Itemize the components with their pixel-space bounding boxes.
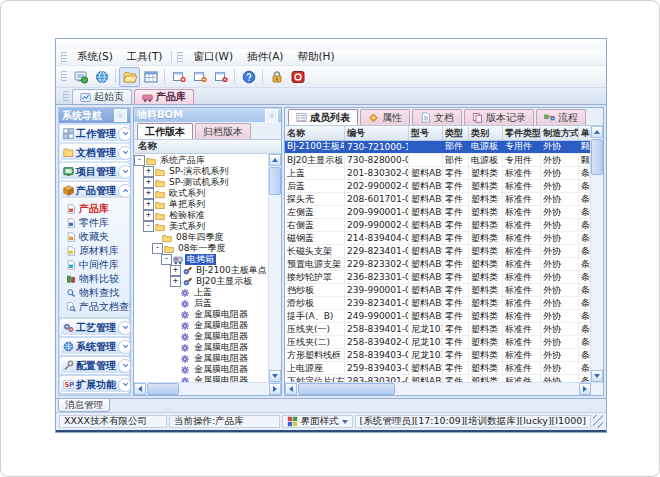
scroll-down-icon[interactable] bbox=[591, 370, 603, 382]
sidebar-section-header-产品管理[interactable]: 产品管理 bbox=[60, 182, 129, 199]
chevron-down-icon[interactable] bbox=[118, 146, 131, 160]
table-row[interactable]: 长磁头支架229-823401-00I塑料ABS零件塑料类标准件外协条 bbox=[285, 245, 590, 258]
sidebar-section-header-系统管理[interactable]: 系统管理 bbox=[60, 338, 129, 355]
tree-node-后盖[interactable]: 后盖 bbox=[134, 298, 268, 309]
members-tab-属性[interactable]: 属性 bbox=[360, 109, 410, 125]
table-row[interactable]: BJ-2100主板单点730-721000-12I部件电源板专用件外协颗 bbox=[285, 141, 590, 154]
table-hscroll-thumb[interactable] bbox=[298, 383, 395, 395]
collapse-icon[interactable]: - bbox=[143, 221, 154, 232]
bom-tab-工作版本[interactable]: 工作版本 bbox=[137, 123, 193, 139]
table-row[interactable]: 右侧盖209-990002-01I塑料ABS零件塑料类标准件外协条 bbox=[285, 219, 590, 232]
members-tab-流程[interactable]: 流程 bbox=[536, 109, 586, 125]
toolbar-button-desktop-icon[interactable] bbox=[70, 67, 91, 87]
table-row[interactable]: 上盖201-830302-00I塑料ABS零件塑料类标准件外协条 bbox=[285, 167, 590, 180]
table-row[interactable]: 挡纱板239-990001-01I塑料ABS零件塑料类标准件外协条 bbox=[285, 284, 590, 297]
table-row[interactable]: 提手(A、B)249-990001-01I塑料ABS零件塑料类标准件外协条 bbox=[285, 310, 590, 323]
chevron-up-icon[interactable] bbox=[118, 184, 131, 198]
chevron-down-icon[interactable] bbox=[118, 127, 131, 141]
tree-vertical-scrollbar[interactable] bbox=[268, 154, 281, 382]
tree-horizontal-scrollbar[interactable] bbox=[134, 382, 281, 395]
expand-icon[interactable]: + bbox=[143, 166, 154, 177]
table-vscroll-thumb[interactable] bbox=[591, 139, 603, 175]
chevron-down-icon[interactable] bbox=[118, 378, 131, 392]
sidebar-section-header-工作管理[interactable]: 工作管理 bbox=[60, 125, 129, 142]
bom-float-icon[interactable] bbox=[265, 109, 278, 122]
scroll-left-icon[interactable] bbox=[285, 383, 297, 395]
chevron-down-icon[interactable] bbox=[118, 165, 131, 179]
menu-item-1[interactable]: 系统(S) bbox=[70, 50, 120, 62]
sidebar-item-物料查找[interactable]: 物料查找 bbox=[60, 286, 129, 300]
toolbar-button-window-edit-icon[interactable] bbox=[189, 67, 210, 87]
chevron-down-icon[interactable] bbox=[118, 321, 131, 335]
tree-node-金属膜电阻器[interactable]: 金属膜电阻器 bbox=[134, 331, 268, 342]
table-row[interactable]: 下纱定位片(左)283-830301-00I塑料ABS零件塑料类标准件外协条 bbox=[285, 375, 590, 382]
table-row[interactable]: 预置电源支架229-823302-00I塑料ABS零件塑料类标准件外协条 bbox=[285, 258, 590, 271]
sidebar-item-产品文档查找[interactable]: 产品文档查找 bbox=[60, 300, 129, 314]
menu-item-2[interactable]: 工具(T) bbox=[120, 50, 170, 62]
members-tab-版本记录[interactable]: 版本记录 bbox=[464, 109, 534, 125]
collapse-icon[interactable]: - bbox=[152, 243, 163, 254]
toolbar-button-power-icon[interactable] bbox=[287, 67, 308, 87]
column-header-类型[interactable]: 类型 bbox=[443, 126, 469, 140]
table-row[interactable]: 接纱轮护罩236-823301-00I塑料ABS零件塑料类标准件外协条 bbox=[285, 271, 590, 284]
toolbar-grip[interactable] bbox=[61, 71, 67, 82]
scroll-right-icon[interactable] bbox=[269, 383, 281, 395]
table-row[interactable]: 磁钢盖214-839404-01I塑料ABS零件塑料类标准件外协条 bbox=[285, 232, 590, 245]
scroll-up-icon[interactable] bbox=[591, 126, 603, 138]
menu-item-5[interactable]: 帮助(H) bbox=[290, 50, 341, 62]
tree-node-美式系列[interactable]: -美式系列 bbox=[134, 221, 268, 232]
tree-node-BJ-2100主板单点[interactable]: +BJ-2100主板单点 bbox=[134, 265, 268, 276]
table-row[interactable]: 滑纱板239-823401-00I塑料ABS零件塑料类标准件外协条 bbox=[285, 297, 590, 310]
toolbar-button-globe-icon[interactable] bbox=[91, 67, 112, 87]
doc-tab-起始页[interactable]: 起始页 bbox=[72, 89, 132, 104]
tree-vscroll-thumb[interactable] bbox=[269, 167, 281, 195]
sidebar-section-header-文档管理[interactable]: 文档管理 bbox=[60, 144, 129, 161]
sidebar-item-物料比较[interactable]: 物料比较 bbox=[60, 272, 129, 286]
tree-hscroll-thumb[interactable] bbox=[147, 383, 179, 395]
table-row[interactable]: 上电源座259-839403-00I塑料ABS零件塑料类标准件外协条 bbox=[285, 362, 590, 375]
expand-icon[interactable]: + bbox=[170, 276, 181, 287]
tree-node-金属膜电阻器[interactable]: 金属膜电阻器 bbox=[134, 364, 268, 375]
tree-node-金属膜电阻器[interactable]: 金属膜电阻器 bbox=[134, 320, 268, 331]
chevron-down-icon[interactable] bbox=[118, 340, 131, 354]
column-header-单位[interactable]: 单位 bbox=[579, 126, 590, 140]
tree-column-header[interactable]: 名称 bbox=[134, 140, 281, 154]
column-header-名称[interactable]: 名称 bbox=[285, 126, 345, 140]
sidebar-pin-icon[interactable] bbox=[114, 109, 127, 122]
table-row[interactable]: 后盖202-990002-01I塑料ABS零件塑料类标准件外协条 bbox=[285, 180, 590, 193]
menu-item-4[interactable]: 插件(A) bbox=[240, 50, 290, 62]
table-row[interactable]: 压线夹(一)258-839401-00I尼龙1010零件塑料类标准件外协条 bbox=[285, 323, 590, 336]
sidebar-section-header-项目管理[interactable]: 项目管理 bbox=[60, 163, 129, 180]
tree-node-08年一季度[interactable]: -08年一季度 bbox=[134, 243, 268, 254]
sidebar-item-产品库[interactable]: 产品库 bbox=[60, 202, 129, 216]
toolbar-button-window-delete-icon[interactable] bbox=[210, 67, 231, 87]
scroll-up-icon[interactable] bbox=[269, 154, 281, 166]
sidebar-section-header-配置管理[interactable]: 配置管理 bbox=[60, 357, 129, 374]
table-row[interactable]: 方形塑料线框258-839403-00I尼龙1010零件塑料类标准件外协条 bbox=[285, 349, 590, 362]
tree-node-检验标准[interactable]: +检验标准 bbox=[134, 210, 268, 221]
table-row[interactable]: BJ20主显示板730-828000-04I部件电源板专用件外协颗 bbox=[285, 154, 590, 167]
expand-icon[interactable]: + bbox=[143, 199, 154, 210]
toolbar-button-lock-icon[interactable] bbox=[266, 67, 287, 87]
expand-icon[interactable]: + bbox=[143, 188, 154, 199]
menu-item-3[interactable]: 窗口(W) bbox=[186, 50, 240, 62]
expand-icon[interactable]: + bbox=[143, 177, 154, 188]
scroll-right-icon[interactable] bbox=[579, 383, 591, 395]
toolbar-button-window-new-icon[interactable] bbox=[168, 67, 189, 87]
menubar-grip[interactable] bbox=[61, 52, 67, 63]
tree-node-欧式系列[interactable]: +欧式系列 bbox=[134, 188, 268, 199]
tree-node-金属膜电阻器[interactable]: 金属膜电阻器 bbox=[134, 342, 268, 353]
toolbar-button-help-icon[interactable] bbox=[238, 67, 259, 87]
collapse-icon[interactable]: - bbox=[134, 155, 145, 166]
scroll-down-icon[interactable] bbox=[269, 370, 281, 382]
resize-grip[interactable] bbox=[593, 415, 603, 428]
tree-node-金属膜电阻器[interactable]: 金属膜电阻器 bbox=[134, 375, 268, 382]
toolbar-button-open-folder-icon[interactable] bbox=[119, 67, 140, 87]
column-header-型号[interactable]: 型号 bbox=[409, 126, 443, 140]
table-row[interactable]: 压线夹(二)258-839402-00I尼龙1010零件塑料类标准件外协条 bbox=[285, 336, 590, 349]
members-tab-文档[interactable]: 文档 bbox=[412, 109, 462, 125]
menubar-grip-2[interactable] bbox=[177, 52, 183, 63]
tree-node-单把系列[interactable]: +单把系列 bbox=[134, 199, 268, 210]
table-vertical-scrollbar[interactable] bbox=[590, 126, 603, 382]
column-header-类别[interactable]: 类别 bbox=[469, 126, 503, 140]
